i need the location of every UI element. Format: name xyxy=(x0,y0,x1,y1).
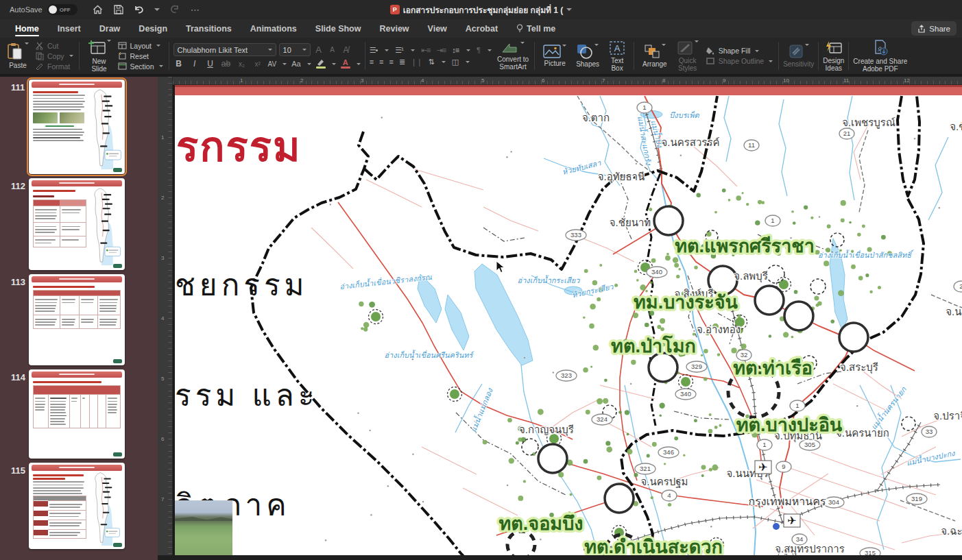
settlement-dot xyxy=(741,343,747,349)
undo-dropdown-icon[interactable] xyxy=(154,8,160,11)
shapes-button[interactable]: Shapes xyxy=(573,42,602,69)
horizontal-ruler[interactable]: 123456789101112 xyxy=(173,77,962,85)
text-box-orientation-button[interactable]: ◫ xyxy=(452,58,458,66)
settlement-dot xyxy=(361,327,363,330)
slide-number: 115 xyxy=(0,463,29,549)
cut-button[interactable]: Cut xyxy=(36,42,73,50)
strikethrough-button[interactable]: ab xyxy=(221,59,232,69)
font-color-button[interactable]: A xyxy=(341,60,350,69)
align-text-button[interactable]: ⇅ xyxy=(429,58,434,66)
province-label: จ.สมุทรปราการ xyxy=(775,543,845,555)
increase-indent-button[interactable]: ⇥≡ xyxy=(437,46,446,55)
superscript-button[interactable]: x² xyxy=(252,60,263,68)
shape-fill-button[interactable]: Shape Fill xyxy=(706,47,773,55)
vertical-ruler[interactable]: 1234567 xyxy=(158,77,173,560)
settlement-dot xyxy=(701,354,703,356)
change-case-button[interactable]: Aa xyxy=(291,60,300,68)
character-spacing-button[interactable]: A︎V xyxy=(268,60,277,68)
increase-font-icon[interactable]: A xyxy=(313,45,324,55)
new-slide-button[interactable]: New Slide xyxy=(85,38,114,74)
text-direction-button[interactable]: ¶ xyxy=(477,46,480,54)
slide-thumbnail-114[interactable] xyxy=(29,369,125,459)
tab-transitions[interactable]: Transitions xyxy=(186,19,232,38)
slide-photo-landscape[interactable] xyxy=(175,500,232,555)
home-icon[interactable] xyxy=(93,4,104,15)
subscript-button[interactable]: x₂ xyxy=(237,60,248,68)
slide-thumbnail-112[interactable] xyxy=(29,178,125,270)
tab-animations[interactable]: Animations xyxy=(250,19,297,38)
autosave-toggle[interactable]: OFF xyxy=(47,4,77,15)
settlement-dot xyxy=(647,454,650,457)
tab-slide-show[interactable]: Slide Show xyxy=(315,19,361,38)
sensitivity-button[interactable]: Sensitivity xyxy=(780,38,817,74)
tab-draw[interactable]: Draw xyxy=(99,19,121,38)
province-label: จ.นครราชสีมา xyxy=(946,306,962,317)
design-ideas-button[interactable]: Design Ideas xyxy=(820,38,847,74)
italic-button[interactable]: I xyxy=(189,59,200,69)
save-icon[interactable] xyxy=(113,4,124,15)
dashed-town-circle xyxy=(810,279,826,294)
settlement-dot xyxy=(592,280,597,285)
justify-button[interactable]: ≣ xyxy=(399,58,405,66)
quick-styles-button[interactable]: Quick Styles xyxy=(674,39,701,73)
align-left-button[interactable]: ≡ xyxy=(370,58,373,66)
settlement-dot xyxy=(676,275,680,278)
font-size-select[interactable]: 10 xyxy=(279,43,311,56)
ruler-number: 10 xyxy=(783,77,789,84)
tab-insert[interactable]: Insert xyxy=(58,19,81,38)
highlight-color-button[interactable] xyxy=(316,59,326,69)
undo-icon[interactable] xyxy=(134,4,145,15)
picture-button[interactable]: Picture xyxy=(540,43,569,69)
align-center-button[interactable]: ≡ xyxy=(379,58,383,66)
underline-button[interactable]: U xyxy=(205,59,216,69)
decrease-font-icon[interactable]: A xyxy=(327,46,338,53)
ruler-number: 4 xyxy=(421,77,424,84)
municipality-label: ทต.ป่าโมก xyxy=(611,334,696,356)
format-painter-button[interactable]: Format xyxy=(36,62,73,71)
thumb-page-chip xyxy=(113,543,122,547)
village-dot xyxy=(680,155,682,156)
shape-outline-button[interactable]: Shape Outline xyxy=(706,57,773,65)
numbering-button[interactable]: ☰¹ xyxy=(395,46,403,55)
share-button[interactable]: Share xyxy=(911,21,957,36)
thumb-page-chip xyxy=(113,359,122,363)
decrease-indent-button[interactable]: ⇤≡ xyxy=(421,46,431,55)
copy-button[interactable]: Copy xyxy=(36,52,73,60)
adobe-pdf-button[interactable]: Create and Share Adobe PDF xyxy=(850,38,910,74)
columns-button[interactable]: ❘❘ xyxy=(411,58,422,66)
arrange-button[interactable]: Arrange xyxy=(640,42,670,69)
layout-button[interactable]: Layout xyxy=(118,42,163,50)
settlement-dot xyxy=(665,255,671,260)
line-spacing-button[interactable]: ↕≡ xyxy=(452,46,459,54)
bullets-button[interactable]: ☰• xyxy=(370,46,378,55)
text-box-button[interactable]: A Text Box xyxy=(606,39,628,73)
tab-home[interactable]: Home xyxy=(15,19,39,38)
slide-thumbnail-111[interactable] xyxy=(29,80,125,174)
municipality-label: ทม.บางระจัน xyxy=(634,292,738,313)
slide-thumbnail-115[interactable] xyxy=(29,463,125,549)
thumb-header-bar xyxy=(32,465,122,471)
road-number-text: 340 xyxy=(680,390,691,398)
convert-smartart-button[interactable]: Convert to SmartArt xyxy=(494,38,531,74)
reset-button[interactable]: Reset xyxy=(118,52,163,60)
tab-design[interactable]: Design xyxy=(139,19,167,38)
more-commands-icon[interactable]: ⋯ xyxy=(190,4,201,15)
ruler-number: 8 xyxy=(662,77,665,84)
tab-tell-me[interactable]: Tell me xyxy=(516,19,555,38)
province-label: จ.สระบุรี xyxy=(840,361,878,374)
tab-review[interactable]: Review xyxy=(379,19,409,38)
highlight-pen-icon xyxy=(316,59,325,66)
title-dropdown-icon[interactable] xyxy=(566,8,572,11)
section-button[interactable]: Section xyxy=(118,62,163,71)
slide-canvas[interactable]: 1112112333340340323293243233463214113059… xyxy=(173,85,962,555)
tab-acrobat[interactable]: Acrobat xyxy=(466,19,498,38)
bold-button[interactable]: B xyxy=(173,59,184,69)
settlement-dot xyxy=(791,336,794,339)
tab-view[interactable]: View xyxy=(428,19,447,38)
slide-thumbnail-113[interactable] xyxy=(29,274,125,365)
align-right-button[interactable]: ≡ xyxy=(389,58,392,66)
paste-button[interactable]: Paste xyxy=(4,41,32,71)
road-number-text: 9 xyxy=(782,463,785,470)
font-name-select[interactable]: Chulabhorn Likit Text xyxy=(173,43,276,56)
clear-format-icon[interactable]: A̸ xyxy=(341,45,352,55)
